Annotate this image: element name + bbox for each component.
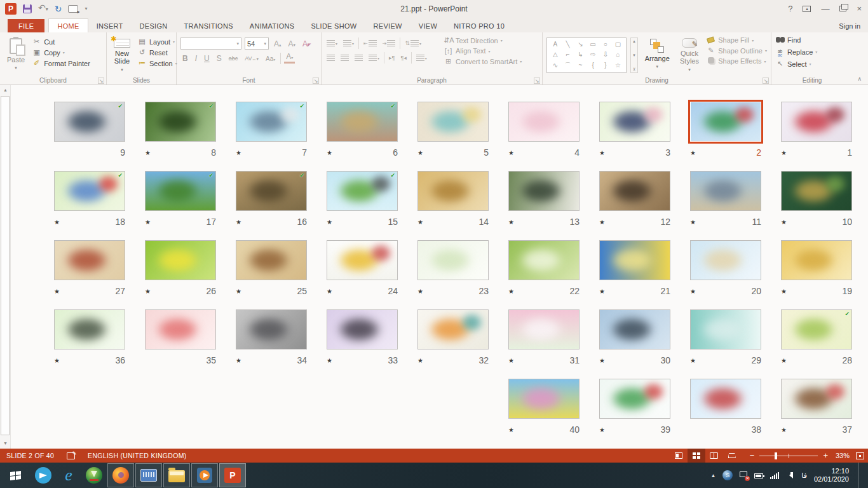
shape-glyph-8[interactable]: ↳ xyxy=(578,51,583,58)
ltr-direction-button[interactable]: ▸¶ xyxy=(388,54,396,62)
increase-font-size-button[interactable]: A▴ xyxy=(272,39,283,48)
show-hidden-icons-button[interactable]: ▲ xyxy=(710,473,715,478)
slide-thumb-24[interactable] xyxy=(327,240,398,280)
shape-glyph-11[interactable]: ⌂ xyxy=(616,51,620,58)
justify-button[interactable]: ▾ xyxy=(367,54,381,62)
transition-star-icon[interactable]: ★ xyxy=(781,357,787,364)
slide-thumb-30[interactable] xyxy=(599,309,670,349)
powerpoint-app-icon[interactable]: P xyxy=(5,3,17,15)
slide-thumb-11[interactable] xyxy=(690,171,761,211)
slide-sorter-view-button[interactable] xyxy=(688,449,705,463)
transition-star-icon[interactable]: ★ xyxy=(781,288,787,295)
zoom-in-button[interactable]: + xyxy=(823,452,828,459)
taskbar-firefox-icon[interactable] xyxy=(107,463,134,487)
save-icon[interactable] xyxy=(23,4,32,13)
taskbar-internet-explorer-icon[interactable]: e xyxy=(56,463,81,488)
minimize-icon[interactable]: — xyxy=(821,4,829,13)
underline-button[interactable]: U xyxy=(202,54,212,63)
slide-thumb-7[interactable]: ✔ xyxy=(236,102,307,142)
text-shadow-button[interactable]: S xyxy=(215,54,224,63)
slide-thumb-38[interactable] xyxy=(690,379,761,419)
transition-star-icon[interactable]: ★ xyxy=(599,426,605,433)
zoom-out-button[interactable]: − xyxy=(750,452,755,459)
slide-thumb-10[interactable] xyxy=(781,171,852,211)
find-button[interactable]: Find xyxy=(775,36,817,44)
tab-animations[interactable]: ANIMATIONS xyxy=(241,19,303,32)
slide-thumb-22[interactable] xyxy=(508,240,580,280)
slide-thumb-27[interactable] xyxy=(54,240,125,280)
transition-star-icon[interactable]: ★ xyxy=(690,357,696,364)
taskbar-download-manager-icon[interactable] xyxy=(81,463,107,488)
paste-button[interactable]: Paste ▾ xyxy=(4,35,28,76)
shape-effects-button[interactable]: Shape Effects▾ xyxy=(706,57,767,65)
decrease-indent-button[interactable]: ⇤ xyxy=(362,39,378,48)
shape-glyph-13[interactable]: ⌒ xyxy=(565,61,571,70)
slide-thumb-15[interactable]: ✔ xyxy=(327,171,398,211)
transition-star-icon[interactable]: ★ xyxy=(236,219,241,226)
zoom-slider[interactable] xyxy=(759,456,818,456)
tab-design[interactable]: DESIGN xyxy=(132,19,176,32)
slide-thumb-13[interactable] xyxy=(508,171,580,211)
transition-star-icon[interactable]: ★ xyxy=(54,288,60,295)
shape-glyph-4[interactable]: ○ xyxy=(604,41,607,48)
layout-button[interactable]: ▤Layout▾ xyxy=(137,37,177,46)
shape-glyph-6[interactable]: △ xyxy=(553,51,558,58)
slide-thumb-39[interactable] xyxy=(599,379,670,419)
shape-glyph-14[interactable]: ~ xyxy=(578,62,582,69)
strikethrough-button[interactable]: abc xyxy=(227,55,240,62)
undo-icon[interactable]: ↶▾ xyxy=(38,3,48,14)
transition-star-icon[interactable]: ★ xyxy=(236,149,241,156)
tray-app-icon[interactable]: S xyxy=(722,470,733,480)
shape-glyph-0[interactable]: A xyxy=(553,41,558,48)
network-signal-icon[interactable] xyxy=(770,472,779,479)
transition-star-icon[interactable]: ★ xyxy=(327,288,332,295)
clock[interactable]: 12:10 02/01/2020 xyxy=(814,467,849,484)
format-painter-button[interactable]: ✐Format Painter xyxy=(32,59,90,67)
transition-star-icon[interactable]: ★ xyxy=(145,288,151,295)
numbering-button[interactable]: ▾ xyxy=(342,39,355,48)
tab-nitro-pro-10[interactable]: NITRO PRO 10 xyxy=(445,19,513,32)
taskbar-media-player-icon[interactable] xyxy=(191,463,218,487)
rtl-direction-button[interactable]: ¶◂ xyxy=(399,54,407,62)
transition-star-icon[interactable]: ★ xyxy=(781,149,787,156)
slide-thumb-2[interactable] xyxy=(690,102,761,142)
tab-slide-show[interactable]: SLIDE SHOW xyxy=(302,19,365,32)
shape-glyph-3[interactable]: ▭ xyxy=(590,41,595,48)
transition-star-icon[interactable]: ★ xyxy=(599,149,605,156)
language-indicator[interactable]: فا xyxy=(801,471,807,480)
slide-thumb-4[interactable] xyxy=(508,102,580,142)
slide-thumb-23[interactable] xyxy=(417,240,489,280)
normal-view-button[interactable] xyxy=(670,449,688,463)
font-size-combo[interactable]: 54▾ xyxy=(245,37,269,50)
shapes-gallery-scroll[interactable]: ▲▼⊻ xyxy=(630,37,637,73)
font-color-button[interactable]: A▾ xyxy=(284,53,295,64)
taskbar-telegram-icon[interactable] xyxy=(31,463,56,488)
columns-button[interactable]: ▾ xyxy=(415,54,428,62)
change-case-button[interactable]: Aa▾ xyxy=(264,55,277,62)
transition-star-icon[interactable]: ★ xyxy=(54,219,60,226)
drawing-dialog-launcher[interactable]: ↘ xyxy=(763,78,769,84)
slide-thumb-37[interactable] xyxy=(781,379,852,419)
shape-glyph-17[interactable]: ☆ xyxy=(615,62,621,69)
section-button[interactable]: ≔Section▾ xyxy=(137,59,177,67)
transition-star-icon[interactable]: ★ xyxy=(781,219,787,226)
slide-thumb-34[interactable] xyxy=(236,309,307,349)
bullets-button[interactable]: ▾ xyxy=(325,39,339,48)
shape-glyph-12[interactable]: ∿ xyxy=(553,62,558,69)
shape-glyph-10[interactable]: ⇩ xyxy=(603,51,608,58)
slide-thumb-6[interactable]: ✔ xyxy=(327,102,398,142)
battery-icon[interactable] xyxy=(754,473,763,478)
transition-star-icon[interactable]: ★ xyxy=(417,357,423,364)
tab-view[interactable]: VIEW xyxy=(410,19,445,32)
transition-star-icon[interactable]: ★ xyxy=(690,149,696,156)
redo-icon[interactable]: ↻ xyxy=(55,4,62,13)
transition-star-icon[interactable]: ★ xyxy=(417,219,423,226)
shape-glyph-16[interactable]: } xyxy=(604,62,606,69)
shape-glyph-1[interactable]: ╲ xyxy=(566,41,570,48)
tab-transitions[interactable]: TRANSITIONS xyxy=(176,19,241,32)
transition-star-icon[interactable]: ★ xyxy=(508,149,514,156)
replace-button[interactable]: abacReplace▾ xyxy=(775,46,817,57)
slide-thumb-8[interactable]: ✔ xyxy=(145,102,216,142)
transition-star-icon[interactable]: ★ xyxy=(599,357,605,364)
scrollbar-thumb[interactable] xyxy=(1,96,10,435)
